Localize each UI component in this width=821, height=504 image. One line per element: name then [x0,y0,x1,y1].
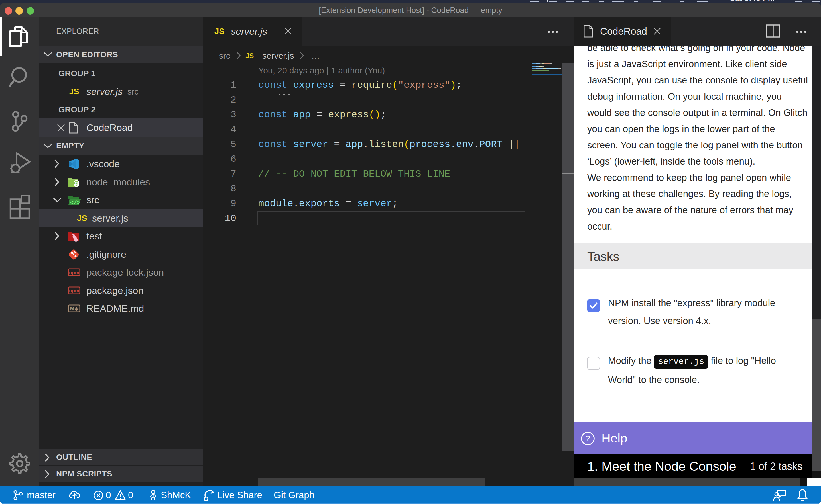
svg-text:npm: npm [69,270,79,275]
svg-text:</>: </> [70,200,80,206]
svg-text:npm: npm [69,288,79,294]
svg-text:JS: JS [74,181,79,186]
svg-text:M: M [70,306,74,312]
svg-text:?: ? [585,434,590,443]
